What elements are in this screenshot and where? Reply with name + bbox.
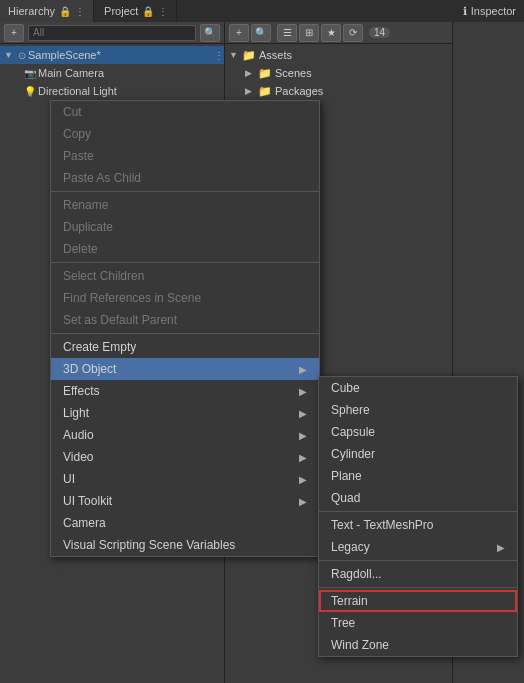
ctx-duplicate[interactable]: Duplicate [51,216,319,238]
project-tab-label: Project [104,5,138,17]
ctx-effects-arrow: ▶ [299,386,307,397]
ctx-select-children[interactable]: Select Children [51,265,319,287]
inspector-tab-label: Inspector [471,5,516,17]
ctx-sep2 [51,262,319,263]
project-tree: ▼ 📁 Assets ▶ 📁 Scenes ▶ 📁 Packages [225,44,452,102]
sub-legacy-arrow: ▶ [497,542,505,553]
project-view-buttons: ☰ ⊞ ★ ⟳ [277,24,363,42]
inspector-tab[interactable]: ℹ Inspector [455,0,524,22]
ctx-paste-label: Paste [63,149,94,163]
sub-capsule[interactable]: Capsule [319,421,517,443]
ctx-light[interactable]: Light ▶ [51,402,319,424]
search-input[interactable] [28,25,196,41]
lock-icon: 🔒 [59,6,71,17]
ctx-ui-toolkit[interactable]: UI Toolkit ▶ [51,490,319,512]
sub-sep3 [319,587,517,588]
ctx-visual-scripting-label: Visual Scripting Scene Variables [63,538,235,552]
project-add-button[interactable]: + [229,24,249,42]
assets-folder-icon: 📁 [242,49,256,62]
sub-ragdoll-label: Ragdoll... [331,567,382,581]
star-button[interactable]: ★ [321,24,341,42]
menu-icon[interactable]: ⋮ [75,6,85,17]
ctx-effects[interactable]: Effects ▶ [51,380,319,402]
sub-wind-zone[interactable]: Wind Zone [319,634,517,656]
assets-arrow: ▼ [229,50,239,60]
sub-cube[interactable]: Cube [319,377,517,399]
sub-quad-label: Quad [331,491,360,505]
scenes-folder[interactable]: ▶ 📁 Scenes [229,64,448,82]
list-view-button[interactable]: ☰ [277,24,297,42]
packages-folder[interactable]: ▶ 📁 Packages [229,82,448,100]
ctx-video-arrow: ▶ [299,452,307,463]
add-button[interactable]: + [4,24,24,42]
ctx-find-references-label: Find References in Scene [63,291,201,305]
assets-label: Assets [259,49,292,61]
sub-plane-label: Plane [331,469,362,483]
ctx-create-empty[interactable]: Create Empty [51,336,319,358]
ctx-paste-as-child[interactable]: Paste As Child [51,167,319,189]
sync-button[interactable]: ⟳ [343,24,363,42]
ctx-audio[interactable]: Audio ▶ [51,424,319,446]
scene-menu-icon[interactable]: ⋮ [214,50,224,61]
scene-name: SampleScene* [28,49,101,61]
context-menu-main: Cut Copy Paste Paste As Child Rename Dup… [50,100,320,557]
sub-ragdoll[interactable]: Ragdoll... [319,563,517,585]
directional-light-item[interactable]: 💡 Directional Light [0,82,224,100]
ctx-find-references[interactable]: Find References in Scene [51,287,319,309]
ctx-rename[interactable]: Rename [51,194,319,216]
ctx-set-default-parent[interactable]: Set as Default Parent [51,309,319,331]
search-button[interactable]: 🔍 [200,24,220,42]
ctx-3d-object-label: 3D Object [63,362,116,376]
ctx-video[interactable]: Video ▶ [51,446,319,468]
ctx-ui[interactable]: UI ▶ [51,468,319,490]
ctx-camera[interactable]: Camera [51,512,319,534]
scenes-label: Scenes [275,67,312,79]
ctx-duplicate-label: Duplicate [63,220,113,234]
scene-icon: ⊙ [18,50,26,61]
sub-wind-zone-label: Wind Zone [331,638,389,652]
sub-tree[interactable]: Tree [319,612,517,634]
sub-legacy[interactable]: Legacy ▶ [319,536,517,558]
sub-quad[interactable]: Quad [319,487,517,509]
ctx-copy[interactable]: Copy [51,123,319,145]
sub-sphere-label: Sphere [331,403,370,417]
sub-cylinder[interactable]: Cylinder [319,443,517,465]
ctx-light-label: Light [63,406,89,420]
ctx-sep3 [51,333,319,334]
ctx-3d-object-arrow: ▶ [299,364,307,375]
main-camera-item[interactable]: 📷 Main Camera [0,64,224,82]
hierarchy-tab[interactable]: Hierarchy 🔒 ⋮ [0,0,94,22]
sub-cube-label: Cube [331,381,360,395]
ctx-paste[interactable]: Paste [51,145,319,167]
ctx-audio-label: Audio [63,428,94,442]
grid-view-button[interactable]: ⊞ [299,24,319,42]
scenes-folder-icon: 📁 [258,67,272,80]
camera-icon: 📷 [24,68,36,79]
project-tab[interactable]: Project 🔒 ⋮ [96,0,177,22]
info-icon: ℹ [463,5,467,18]
ctx-sep1 [51,191,319,192]
assets-folder[interactable]: ▼ 📁 Assets [229,46,448,64]
hierarchy-list: ▼ ⊙ SampleScene* ⋮ 📷 Main Camera 💡 Direc… [0,44,224,102]
ctx-ui-toolkit-arrow: ▶ [299,496,307,507]
project-menu-icon[interactable]: ⋮ [158,6,168,17]
ctx-cut[interactable]: Cut [51,101,319,123]
ctx-3d-object[interactable]: 3D Object ▶ [51,358,319,380]
ctx-select-children-label: Select Children [63,269,144,283]
directional-light-label: Directional Light [38,85,117,97]
ctx-light-arrow: ▶ [299,408,307,419]
context-menu-sub: Cube Sphere Capsule Cylinder Plane Quad … [318,376,518,657]
sub-text-mesh[interactable]: Text - TextMeshPro [319,514,517,536]
project-search-button[interactable]: 🔍 [251,24,271,42]
sub-cylinder-label: Cylinder [331,447,375,461]
sub-sphere[interactable]: Sphere [319,399,517,421]
ctx-delete[interactable]: Delete [51,238,319,260]
sub-terrain[interactable]: Terrain [319,590,517,612]
sub-plane[interactable]: Plane [319,465,517,487]
ctx-visual-scripting[interactable]: Visual Scripting Scene Variables [51,534,319,556]
ctx-video-label: Video [63,450,93,464]
scene-root-item[interactable]: ▼ ⊙ SampleScene* ⋮ [0,46,224,64]
asset-count-badge: 14 [369,27,390,38]
ctx-camera-label: Camera [63,516,106,530]
inspector-content [453,22,524,30]
